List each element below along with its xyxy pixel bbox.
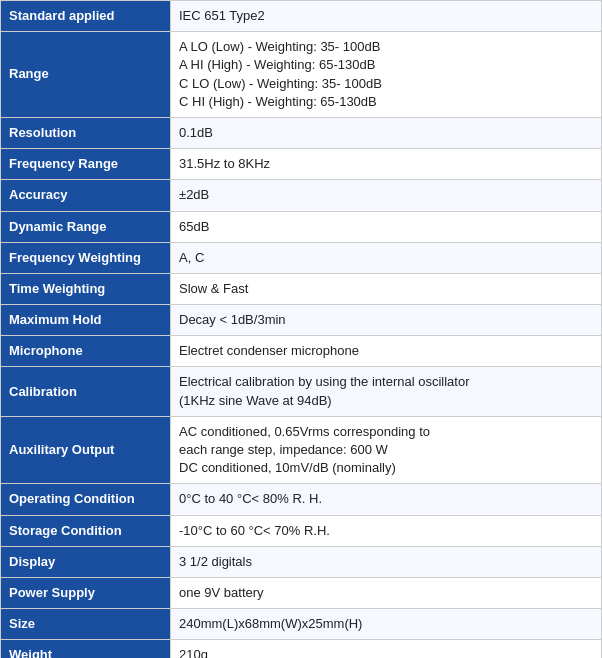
table-row: Storage Condition-10°C to 60 °C< 70% R.H…: [1, 515, 602, 546]
row-value: Electrical calibration by using the inte…: [171, 367, 602, 416]
table-row: Weight210g: [1, 640, 602, 658]
row-value: one 9V battery: [171, 577, 602, 608]
table-row: Auxilitary OutputAC conditioned, 0.65Vrm…: [1, 416, 602, 484]
row-value: ±2dB: [171, 180, 602, 211]
table-row: Maximum HoldDecay < 1dB/3min: [1, 305, 602, 336]
row-label: Range: [1, 32, 171, 118]
row-label: Time Weighting: [1, 273, 171, 304]
row-label: Storage Condition: [1, 515, 171, 546]
row-label: Operating Condition: [1, 484, 171, 515]
row-value: 31.5Hz to 8KHz: [171, 149, 602, 180]
table-row: Standard appliedIEC 651 Type2: [1, 1, 602, 32]
table-row: Power Supplyone 9V battery: [1, 577, 602, 608]
row-value: Slow & Fast: [171, 273, 602, 304]
row-label: Frequency Range: [1, 149, 171, 180]
row-label: Size: [1, 609, 171, 640]
table-row: Size240mm(L)x68mm(W)x25mm(H): [1, 609, 602, 640]
row-label: Resolution: [1, 117, 171, 148]
row-label: Standard applied: [1, 1, 171, 32]
row-value: A LO (Low) - Weighting: 35- 100dBA HI (H…: [171, 32, 602, 118]
row-value: Electret condenser microphone: [171, 336, 602, 367]
row-label: Accuracy: [1, 180, 171, 211]
row-label: Maximum Hold: [1, 305, 171, 336]
row-label: Microphone: [1, 336, 171, 367]
row-label: Dynamic Range: [1, 211, 171, 242]
table-row: Operating Condition0°C to 40 °C< 80% R. …: [1, 484, 602, 515]
table-row: Time WeightingSlow & Fast: [1, 273, 602, 304]
table-row: RangeA LO (Low) - Weighting: 35- 100dBA …: [1, 32, 602, 118]
table-row: Resolution0.1dB: [1, 117, 602, 148]
row-value: 240mm(L)x68mm(W)x25mm(H): [171, 609, 602, 640]
row-label: Calibration: [1, 367, 171, 416]
row-value: 210g: [171, 640, 602, 658]
specs-table: Standard appliedIEC 651 Type2RangeA LO (…: [0, 0, 602, 658]
row-label: Display: [1, 546, 171, 577]
row-value: AC conditioned, 0.65Vrms corresponding t…: [171, 416, 602, 484]
row-label: Auxilitary Output: [1, 416, 171, 484]
row-value: A, C: [171, 242, 602, 273]
table-row: CalibrationElectrical calibration by usi…: [1, 367, 602, 416]
row-value: 0°C to 40 °C< 80% R. H.: [171, 484, 602, 515]
row-value: IEC 651 Type2: [171, 1, 602, 32]
row-label: Weight: [1, 640, 171, 658]
table-row: MicrophoneElectret condenser microphone: [1, 336, 602, 367]
row-value: 65dB: [171, 211, 602, 242]
row-label: Power Supply: [1, 577, 171, 608]
row-label: Frequency Weighting: [1, 242, 171, 273]
row-value: -10°C to 60 °C< 70% R.H.: [171, 515, 602, 546]
row-value: 0.1dB: [171, 117, 602, 148]
table-row: Frequency Range31.5Hz to 8KHz: [1, 149, 602, 180]
table-row: Frequency WeightingA, C: [1, 242, 602, 273]
table-row: Display3 1/2 digitals: [1, 546, 602, 577]
row-value: 3 1/2 digitals: [171, 546, 602, 577]
row-value: Decay < 1dB/3min: [171, 305, 602, 336]
table-row: Dynamic Range65dB: [1, 211, 602, 242]
table-row: Accuracy±2dB: [1, 180, 602, 211]
